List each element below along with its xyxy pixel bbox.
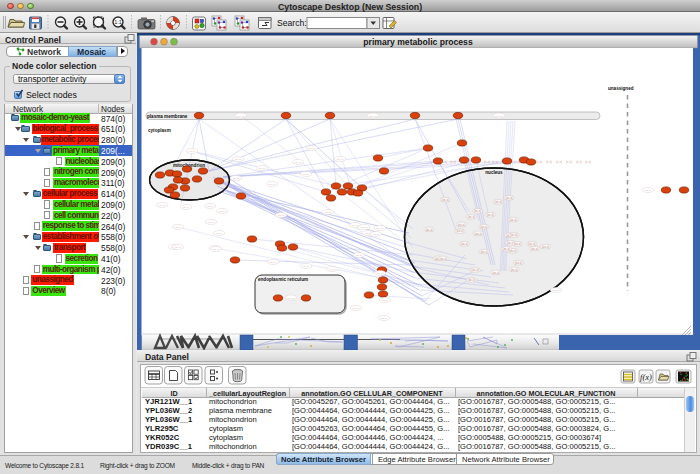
svg-text:(xx..x): (xx..x) — [481, 250, 488, 254]
svg-text:(xx..x): (xx..x) — [461, 242, 468, 246]
svg-text:(xx..x): (xx..x) — [442, 198, 449, 202]
svg-text:(x..x): (x..x) — [556, 160, 562, 164]
svg-text:(xx..x): (xx..x) — [511, 268, 518, 272]
svg-text:(xx..x): (xx..x) — [270, 261, 277, 264]
svg-text:(xx..x): (xx..x) — [474, 209, 481, 213]
svg-text:(xx..x): (xx..x) — [377, 227, 384, 230]
svg-text:(xx..x): (xx..x) — [175, 226, 182, 229]
svg-text:(xx..x): (xx..x) — [259, 167, 266, 170]
svg-text:(xx..x): (xx..x) — [295, 161, 302, 164]
svg-text:(xx..x): (xx..x) — [515, 261, 522, 265]
svg-text:(xx..x): (xx..x) — [645, 189, 652, 192]
svg-text:(xx..x): (xx..x) — [514, 242, 521, 246]
svg-text:(xx..x): (xx..x) — [377, 272, 384, 275]
svg-text:(xx..x): (xx..x) — [475, 232, 482, 236]
svg-text:(xx..x): (xx..x) — [531, 247, 538, 251]
svg-text:(xx..x): (xx..x) — [189, 150, 196, 153]
svg-text:(xx..x): (xx..x) — [159, 204, 166, 207]
svg-text:(xx..x): (xx..x) — [370, 115, 377, 118]
svg-text:(x..x): (x..x) — [566, 160, 572, 164]
svg-text:(xx..x): (xx..x) — [303, 173, 310, 176]
svg-text:(x..x): (x..x) — [576, 160, 582, 164]
svg-text:(xx..x): (xx..x) — [458, 223, 465, 227]
svg-text:(xx..x): (xx..x) — [373, 233, 380, 236]
svg-text:endoplasmic reticulum: endoplasmic reticulum — [258, 277, 308, 282]
svg-text:(xx..x): (xx..x) — [495, 200, 502, 204]
svg-text:cytoplasm: cytoplasm — [148, 128, 171, 133]
svg-text:(xx..x): (xx..x) — [288, 297, 295, 300]
svg-text:(xx..x): (xx..x) — [356, 254, 363, 257]
svg-text:(xx..x): (xx..x) — [472, 268, 479, 272]
svg-text:(xx..x): (xx..x) — [426, 228, 433, 232]
svg-text:(xx..x): (xx..x) — [506, 196, 513, 200]
svg-text:(xx..x): (xx..x) — [216, 232, 223, 235]
svg-text:Search:: Search: — [277, 18, 307, 28]
svg-text:unassigned: unassigned — [608, 86, 634, 91]
svg-text:(xx..x): (xx..x) — [440, 257, 447, 261]
svg-text:(xx..x): (xx..x) — [238, 115, 245, 118]
svg-text:(x..x): (x..x) — [492, 160, 498, 164]
svg-text:(xx..x): (xx..x) — [542, 245, 549, 249]
svg-text:f(x): f(x) — [640, 372, 652, 382]
svg-text:(xx..x): (xx..x) — [175, 246, 182, 249]
svg-text:(xx..x): (xx..x) — [303, 265, 310, 268]
svg-text:(x..x): (x..x) — [514, 160, 520, 164]
svg-text:(xx..x): (xx..x) — [183, 206, 190, 209]
svg-text:(xx..x): (xx..x) — [353, 307, 360, 310]
svg-text:(xx..x): (xx..x) — [361, 226, 368, 229]
svg-text:(xx..x): (xx..x) — [468, 215, 475, 219]
svg-text:(xx..x): (xx..x) — [213, 248, 220, 251]
svg-text:(xx..x): (xx..x) — [553, 289, 560, 292]
svg-text:(xx..x): (xx..x) — [510, 218, 517, 222]
svg-text:plasma membrane: plasma membrane — [147, 114, 188, 119]
svg-text:(x..x): (x..x) — [484, 160, 490, 164]
svg-text:1:1: 1:1 — [114, 19, 122, 25]
svg-text:(xx..x): (xx..x) — [456, 229, 463, 233]
svg-text:(xx..x): (xx..x) — [487, 213, 494, 217]
svg-text:(xx..x): (xx..x) — [278, 214, 285, 217]
svg-text:nucleus: nucleus — [485, 170, 503, 175]
svg-text:(xx..x): (xx..x) — [325, 211, 332, 214]
svg-text:(xx..x): (xx..x) — [480, 225, 487, 229]
svg-text:(x..x): (x..x) — [585, 160, 591, 164]
svg-text:(xx..x): (xx..x) — [337, 158, 344, 161]
svg-text:(xx..x): (xx..x) — [269, 183, 276, 186]
svg-text:(xx..x): (xx..x) — [233, 177, 240, 180]
svg-text:primary metabolic process: primary metabolic process — [363, 37, 473, 47]
svg-text:(xx..x): (xx..x) — [528, 242, 535, 246]
svg-text:(x..x): (x..x) — [536, 160, 542, 164]
svg-text:(xx..x): (xx..x) — [382, 299, 389, 302]
svg-text:(xx..x): (xx..x) — [207, 205, 214, 208]
svg-text:(xx..x): (xx..x) — [492, 271, 499, 275]
svg-text:(xx..x): (xx..x) — [503, 247, 510, 251]
svg-text:(xx..x): (xx..x) — [208, 221, 215, 224]
svg-text:(xx..x): (xx..x) — [352, 224, 359, 227]
svg-text:(xx..x): (xx..x) — [496, 115, 503, 118]
svg-text:(xx..x): (xx..x) — [329, 268, 336, 271]
svg-text:(xx..x): (xx..x) — [510, 233, 517, 237]
svg-text:(x..x): (x..x) — [450, 160, 456, 164]
svg-text:(xx..x): (xx..x) — [235, 158, 242, 161]
svg-text:(xx..x): (xx..x) — [309, 147, 316, 150]
svg-text:(xx..x): (xx..x) — [468, 278, 475, 282]
svg-text:(xx..x): (xx..x) — [219, 210, 226, 213]
svg-text:(x..x): (x..x) — [441, 160, 447, 164]
svg-text:(x..x): (x..x) — [546, 160, 552, 164]
svg-text:(xx..x): (xx..x) — [381, 317, 388, 320]
